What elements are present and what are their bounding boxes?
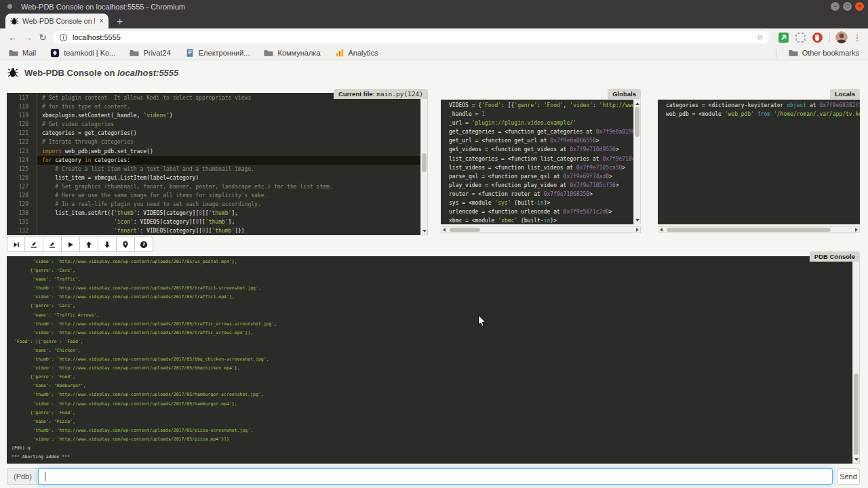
locals-label: Locals: [830, 89, 860, 99]
console-scrollbar[interactable]: [852, 256, 860, 464]
step-forward-icon: [12, 241, 20, 249]
window-controls: − □ ×: [831, 2, 864, 11]
bookmark-item[interactable]: Privat24: [130, 48, 170, 58]
locals-hscrollbar-thumb[interactable]: [667, 228, 831, 232]
scroll-up-arrow-icon[interactable]: [635, 102, 639, 105]
extension-red-hand-icon[interactable]: [812, 32, 823, 43]
console-output: 'video': 'http://www.vidsplay.com/wp-con…: [7, 256, 852, 464]
variable-line: xbmc = <module 'xbmc' (built-in)>: [449, 216, 633, 224]
globals-hscrollbar[interactable]: [441, 226, 641, 233]
profile-avatar[interactable]: [835, 31, 848, 43]
line-number: 120: [7, 120, 37, 129]
code-text: list_item.setArt({'thumb': VIDEOS[catego…: [37, 209, 420, 218]
bookmark-item[interactable]: teamkodi | Ko...: [50, 48, 115, 58]
command-input-wrap: [38, 468, 833, 485]
extension-green-arrow-icon[interactable]: [778, 32, 789, 43]
locals-hscrollbar[interactable]: [658, 226, 860, 233]
step-into-button[interactable]: [25, 237, 43, 252]
console-line: 'name': 'Traffic',: [12, 275, 852, 284]
page-header: Web-PDB Console on localhost:5555: [7, 67, 178, 78]
globals-vscrollbar[interactable]: [633, 100, 641, 224]
code-text: # for this type of content.: [37, 102, 420, 111]
browser-tab[interactable]: Web-PDB Console on loca ×: [5, 14, 108, 28]
prompt-row: (Pdb) Send: [7, 468, 860, 485]
bookmark-item[interactable]: Коммуналка: [264, 48, 320, 58]
variable-line: play_video = <function play_video at 0x7…: [449, 181, 633, 190]
scroll-left-arrow-icon[interactable]: [660, 228, 663, 232]
line-number: 121: [7, 129, 37, 138]
bookmark-item[interactable]: Mail: [9, 48, 36, 58]
back-icon[interactable]: ←: [5, 32, 20, 43]
code-text: # Create a list item with a text label a…: [37, 165, 420, 174]
console-line: 'thumb': 'http://www.vidsplay.com/wp-con…: [12, 284, 852, 293]
scroll-right-arrow-icon[interactable]: [636, 228, 639, 232]
mouse-cursor: [477, 314, 486, 328]
console-line: 'video': 'http://www.vidsplay.com/wp-con…: [12, 258, 852, 266]
maximize-button[interactable]: □: [843, 2, 852, 11]
tab-strip: Web-PDB Console on loca × +: [0, 13, 868, 28]
arrow-down-icon: [103, 241, 111, 249]
line-number: 117: [7, 94, 37, 102]
bookmark-star-icon[interactable]: ☆: [756, 33, 764, 42]
where-button[interactable]: [117, 237, 135, 252]
line-number: 129: [7, 200, 37, 209]
folder-icon: [264, 48, 273, 58]
scroll-right-arrow-icon[interactable]: [855, 228, 858, 232]
browser-menu-icon[interactable]: ⋮: [852, 33, 863, 43]
help-button[interactable]: ?: [135, 237, 153, 252]
scroll-left-arrow-icon[interactable]: [443, 228, 446, 232]
code-line: 118# for this type of content.: [7, 102, 420, 111]
console-line: 'name': 'Pizza',: [12, 418, 852, 426]
code-text: 'icon': VIDEOS[category][0]['thumb'],: [37, 218, 420, 226]
variable-line: list_videos = <function list_videos at 0…: [449, 163, 633, 172]
code-scrollbar-thumb[interactable]: [422, 153, 427, 172]
line-number: 126: [7, 174, 37, 182]
scroll-down-arrow-icon[interactable]: [422, 230, 427, 232]
close-button[interactable]: ×: [855, 2, 864, 11]
scroll-down-arrow-icon[interactable]: [854, 458, 859, 461]
code-text: # In a real-life plugin you need to set …: [37, 200, 420, 209]
next-button[interactable]: [7, 237, 25, 252]
question-icon: ?: [140, 241, 148, 249]
current-file-panel: Current file: main.py(124) 117# Set plug…: [7, 93, 428, 235]
line-number: 131: [7, 218, 37, 226]
line-number: 118: [7, 102, 37, 111]
globals-vscrollbar-thumb[interactable]: [635, 107, 639, 137]
scroll-down-arrow-icon[interactable]: [635, 219, 639, 222]
other-bookmarks[interactable]: Other bookmarks: [776, 48, 859, 58]
page-title-host: localhost:5555: [117, 68, 178, 78]
console-line: 'thumb': 'http://www.vidsplay.com/wp-con…: [12, 355, 852, 364]
up-button[interactable]: [80, 237, 98, 252]
console-line: {'genre': 'Food',: [12, 409, 852, 418]
command-input[interactable]: [38, 468, 833, 485]
kodi-icon: [50, 48, 60, 58]
code-line: 127 # Set graphics (thumbnail, fanart, b…: [7, 182, 420, 191]
variable-line: parse_qsl = <function parse_qsl at 0x7f9…: [449, 172, 633, 181]
continue-button[interactable]: [62, 237, 80, 252]
bookmarks-list: Mailteamkodi | Ko...Privat24Електронний.…: [9, 48, 393, 58]
return-button[interactable]: [43, 237, 62, 252]
console-line: *** Aborting addon ***: [12, 453, 852, 462]
console-scrollbar-thumb[interactable]: [854, 373, 859, 455]
marker-icon: [121, 241, 130, 249]
send-button[interactable]: Send: [837, 468, 860, 485]
extension-capture-icon[interactable]: [795, 32, 806, 43]
bookmark-item[interactable]: Електронний...: [185, 48, 250, 58]
globals-hscrollbar-thumb[interactable]: [450, 228, 480, 232]
down-button[interactable]: [98, 237, 117, 252]
other-bookmarks-label: Other bookmarks: [802, 49, 859, 57]
tab-close-icon[interactable]: ×: [99, 17, 104, 25]
forward-icon[interactable]: →: [20, 32, 35, 43]
minimize-button[interactable]: −: [831, 2, 840, 11]
address-bar[interactable]: localhost:5555 ☆: [53, 31, 770, 43]
code-scrollbar[interactable]: [420, 93, 428, 235]
bookmark-item[interactable]: Analytics: [335, 48, 378, 58]
console-line: 'thumb': 'http://www.vidsplay.com/wp-con…: [12, 320, 852, 329]
console-line: {'genre': 'Food',: [12, 373, 852, 382]
current-file-label: Current file: main.py(124): [334, 89, 428, 99]
text-caret: [45, 472, 45, 481]
folder-icon: [9, 48, 18, 58]
new-tab-button[interactable]: +: [117, 15, 123, 28]
globals-lines: VIDEOS = {'Food': [{'genre': 'Food', 'vi…: [441, 100, 633, 224]
reload-icon[interactable]: ↻: [35, 32, 50, 43]
